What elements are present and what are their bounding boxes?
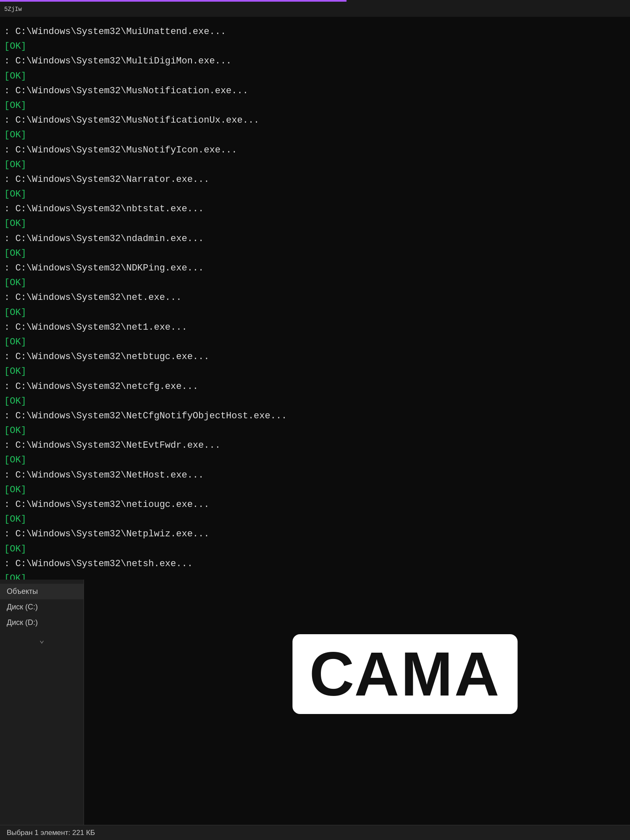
terminal-line: [OK] (4, 98, 626, 113)
terminal-line: : C:\Windows\System32\Netplwiz.exe... (4, 527, 626, 541)
top-bar: 5ZjIw (0, 0, 630, 17)
terminal-line: [OK] (4, 246, 626, 261)
terminal-line: : C:\Windows\System32\NetCfgNotifyObject… (4, 409, 626, 423)
terminal-line: : C:\Windows\System32\NDKPing.exe... (4, 261, 626, 276)
terminal-line: [OK] (4, 453, 626, 467)
window-title: 5ZjIw (4, 6, 22, 13)
terminal-line: : C:\Windows\System32\MusNotification.ex… (4, 84, 626, 98)
terminal-line: : C:\Windows\System32\MuiUnattend.exe... (4, 24, 626, 39)
sidebar-item-drive-c[interactable]: Диск (C:) (0, 599, 84, 615)
terminal-line: : C:\Windows\System32\MusNotificationUx.… (4, 113, 626, 128)
terminal-line: : C:\Windows\System32\netbtugc.exe... (4, 349, 626, 364)
status-bar: Выбран 1 элемент: 221 КБ (0, 825, 630, 840)
terminal-line: [OK] (4, 423, 626, 438)
terminal-line: [OK] (4, 158, 626, 172)
terminal-line: [OK] (4, 394, 626, 409)
terminal-line: [OK] (4, 128, 626, 142)
terminal-line: [OK] (4, 335, 626, 349)
terminal-line: [OK] (4, 483, 626, 497)
terminal-line: [OK] (4, 305, 626, 320)
sidebar-item-objects[interactable]: Объекты (0, 584, 84, 599)
terminal-line: : C:\Windows\System32\NetEvtFwdr.exe... (4, 438, 626, 453)
terminal-line: [OK] (4, 364, 626, 379)
terminal-line: : C:\Windows\System32\nbtstat.exe... (4, 202, 626, 216)
sidebar: Объекты Диск (C:) Диск (D:) ⌄ (0, 580, 84, 825)
terminal-line: : C:\Windows\System32\Narrator.exe... (4, 172, 626, 187)
status-text: Выбран 1 элемент: 221 КБ (7, 829, 95, 837)
terminal-line: : C:\Windows\System32\netiougc.exe... (4, 497, 626, 512)
progress-bar (0, 0, 346, 2)
terminal-line: [OK] (4, 542, 626, 556)
scroll-indicator: ⌄ (0, 630, 84, 645)
terminal-line: : C:\Windows\System32\NetHost.exe... (4, 468, 626, 483)
terminal-line: [OK] (4, 276, 626, 290)
terminal-line: [OK] (4, 69, 626, 84)
terminal-line: : C:\Windows\System32\ndadmin.exe... (4, 231, 626, 246)
terminal-line: : C:\Windows\System32\MusNotifyIcon.exe.… (4, 143, 626, 158)
terminal-line: [OK] (4, 187, 626, 202)
sidebar-item-drive-d[interactable]: Диск (D:) (0, 615, 84, 630)
terminal-line: : C:\Windows\System32\netsh.exe... (4, 556, 626, 571)
overlay-label: САМА (292, 634, 517, 714)
terminal-output: : C:\Windows\System32\MuiUnattend.exe...… (0, 17, 630, 580)
terminal-line: : C:\Windows\System32\net.exe... (4, 290, 626, 305)
terminal-line: [OK] (4, 512, 626, 527)
terminal-line: : C:\Windows\System32\net1.exe... (4, 320, 626, 335)
terminal-line: [OK] (4, 571, 626, 580)
terminal-line: [OK] (4, 39, 626, 54)
terminal-line: : C:\Windows\System32\MultiDigiMon.exe..… (4, 54, 626, 68)
terminal-line: : C:\Windows\System32\netcfg.exe... (4, 379, 626, 394)
terminal-line: [OK] (4, 216, 626, 231)
